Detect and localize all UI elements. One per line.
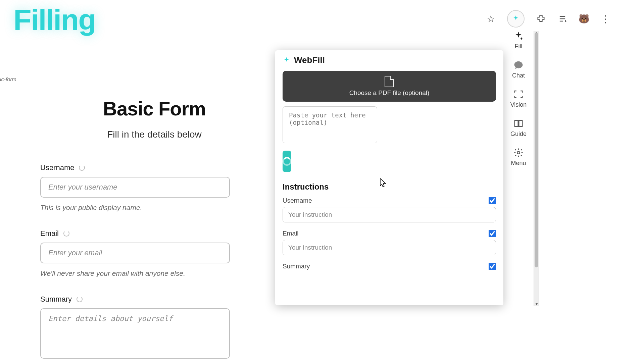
choose-pdf-label: Choose a PDF file (optional): [349, 89, 430, 97]
loading-spinner-icon: [63, 230, 69, 237]
scrollbar-thumb[interactable]: [535, 33, 538, 267]
rail-chat[interactable]: Chat: [512, 60, 525, 79]
scan-icon: [513, 89, 524, 99]
rail-fill[interactable]: Fill: [513, 31, 524, 50]
brand-logo: Filling: [13, 3, 96, 37]
username-hint: This is your public display name.: [40, 204, 268, 212]
instruction-checkbox[interactable]: [489, 197, 496, 204]
loading-spinner-icon: [79, 165, 85, 171]
instructions-heading: Instructions: [283, 182, 496, 192]
rail-label: Vision: [510, 101, 527, 108]
profile-avatar-icon[interactable]: 🐻: [579, 14, 589, 24]
extensions-icon[interactable]: [536, 14, 546, 24]
instruction-checkbox[interactable]: [489, 230, 496, 237]
sparkle-fill-icon: [513, 31, 524, 41]
file-icon: [385, 76, 394, 87]
loading-spinner-icon: [77, 296, 83, 302]
gear-icon: [513, 148, 524, 158]
svg-point-0: [517, 151, 520, 154]
field-email: Email We'll never share your email with …: [40, 229, 268, 277]
panel-scrollbar[interactable]: ▲ ▼: [534, 31, 539, 306]
instruction-label: Username: [283, 197, 312, 204]
form-subtitle: Fill in the details below: [40, 129, 268, 140]
choose-pdf-button[interactable]: Choose a PDF file (optional): [283, 71, 496, 102]
instruction-label: Summary: [283, 263, 310, 270]
scroll-down-icon[interactable]: ▼: [535, 302, 539, 306]
loading-spinner-icon: [283, 157, 291, 166]
webfill-panel: WebFill Choose a PDF file (optional) Ins…: [275, 50, 503, 305]
browser-toolbar: ☆ 🐻 ⋮: [486, 10, 610, 28]
field-summary: Summary: [40, 295, 268, 360]
instruction-email: Email: [283, 230, 496, 255]
instruction-input[interactable]: [283, 240, 496, 255]
instruction-checkbox[interactable]: [489, 263, 496, 270]
form-title: Basic Form: [40, 97, 268, 120]
instruction-input[interactable]: [283, 207, 496, 222]
email-hint: We'll never share your email with anyone…: [40, 269, 268, 277]
side-rail: Fill Chat Vision Guide Menu: [503, 31, 534, 167]
url-fragment: ic-form: [0, 76, 16, 83]
instruction-summary: Summary: [283, 263, 496, 270]
reading-list-icon[interactable]: [557, 14, 567, 24]
rail-label: Guide: [510, 131, 527, 138]
username-label: Username: [40, 163, 74, 172]
kebab-menu-icon[interactable]: ⋮: [600, 14, 610, 24]
instruction-username: Username: [283, 197, 496, 222]
email-label: Email: [40, 229, 59, 238]
instruction-label: Email: [283, 230, 299, 237]
book-icon: [513, 118, 524, 128]
bookmark-star-icon[interactable]: ☆: [486, 14, 496, 24]
rail-label: Chat: [512, 72, 525, 79]
rail-guide[interactable]: Guide: [510, 118, 527, 138]
rail-vision[interactable]: Vision: [510, 89, 527, 108]
paste-text-input[interactable]: [283, 106, 377, 143]
rail-menu[interactable]: Menu: [511, 148, 526, 167]
rail-label: Menu: [511, 160, 526, 167]
summary-label: Summary: [40, 295, 72, 304]
basic-form: Basic Form Fill in the details below Use…: [40, 97, 268, 362]
username-input[interactable]: [40, 177, 230, 198]
email-input[interactable]: [40, 243, 230, 263]
sparkle-icon: [283, 56, 291, 64]
summary-textarea[interactable]: [40, 308, 230, 359]
chat-icon: [513, 60, 524, 70]
panel-title: WebFill: [294, 55, 325, 65]
rail-label: Fill: [515, 43, 523, 50]
fill-button[interactable]: [283, 151, 291, 172]
extension-active-icon[interactable]: [507, 10, 525, 28]
field-username: Username This is your public display nam…: [40, 163, 268, 212]
